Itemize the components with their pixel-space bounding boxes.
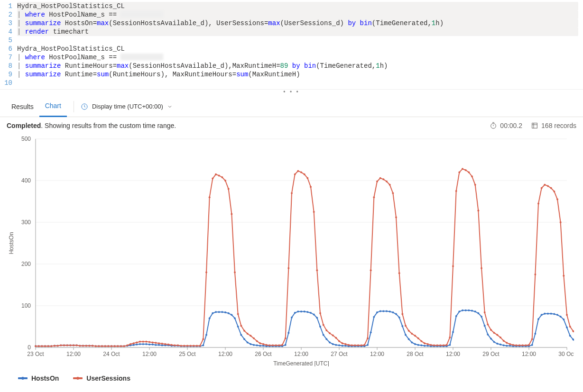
svg-point-265	[155, 342, 157, 344]
svg-point-344	[405, 325, 407, 327]
query-editor[interactable]: 12345678910 Hydra_HostPoolStatistics_CL|…	[0, 0, 583, 90]
svg-point-340	[392, 192, 394, 194]
svg-point-307	[287, 267, 289, 269]
svg-point-383	[528, 344, 530, 346]
chart-legend: HostsOn UserSessions	[5, 368, 578, 382]
svg-point-351	[427, 343, 429, 345]
svg-point-266	[158, 342, 160, 344]
code-line[interactable]: Hydra_HostPoolStatistics_CL	[17, 2, 578, 10]
svg-point-292	[240, 325, 242, 327]
svg-point-249	[104, 345, 106, 347]
svg-point-321	[332, 334, 334, 336]
svg-point-297	[256, 340, 258, 342]
legend-item-usersessions[interactable]: UserSessions	[73, 374, 130, 382]
svg-point-120	[259, 345, 261, 346]
svg-point-258	[133, 342, 135, 344]
record-count: 168 records	[531, 122, 576, 129]
display-time-picker[interactable]: Display time (UTC+00:00)	[81, 103, 173, 110]
timechart[interactable]: 010020030040050023 Oct12:0024 Oct12:0025…	[5, 134, 574, 366]
tab-chart[interactable]: Chart	[39, 96, 67, 117]
svg-point-259	[136, 341, 138, 343]
svg-point-326	[348, 344, 350, 346]
display-time-label: Display time (UTC+00:00)	[92, 103, 163, 110]
svg-point-345	[408, 330, 410, 332]
svg-point-83	[142, 343, 144, 345]
svg-point-251	[111, 345, 112, 347]
svg-point-341	[395, 216, 397, 218]
svg-text:12:00: 12:00	[370, 351, 384, 357]
svg-text:0: 0	[28, 344, 31, 351]
svg-point-218	[569, 335, 571, 337]
svg-point-187	[471, 310, 473, 312]
svg-point-315	[313, 211, 315, 213]
chart-area[interactable]: 010020030040050023 Oct12:0024 Oct12:0025…	[0, 132, 583, 387]
svg-point-144	[335, 344, 337, 346]
svg-point-361	[458, 171, 460, 173]
svg-point-212	[550, 313, 552, 315]
svg-point-1	[491, 123, 496, 128]
svg-point-283	[212, 178, 213, 180]
svg-point-215	[560, 316, 562, 318]
code-line[interactable]: | render timechart	[17, 27, 578, 36]
svg-point-106	[215, 311, 217, 313]
svg-point-195	[496, 343, 498, 345]
svg-point-213	[553, 313, 555, 315]
svg-point-272	[177, 345, 179, 346]
svg-point-182	[455, 315, 457, 317]
svg-point-240	[76, 345, 78, 346]
svg-point-247	[98, 345, 100, 347]
svg-point-349	[420, 340, 422, 342]
svg-point-328	[354, 345, 356, 346]
svg-point-335	[376, 181, 378, 182]
svg-text:24 Oct: 24 Oct	[103, 351, 120, 357]
code-area[interactable]: Hydra_HostPoolStatistics_CL| where HostP…	[17, 2, 583, 87]
svg-text:100: 100	[21, 302, 31, 309]
svg-point-145	[338, 345, 340, 346]
svg-point-111	[231, 314, 232, 316]
code-line[interactable]	[17, 79, 583, 87]
code-line[interactable]: | summarize HostsOn=max(SessionHostsAvai…	[17, 19, 578, 27]
svg-point-88	[158, 344, 160, 346]
code-line[interactable]: | where HostPoolName_s ==	[17, 10, 578, 19]
svg-point-346	[411, 333, 413, 335]
svg-point-350	[424, 342, 426, 344]
svg-point-378	[512, 344, 514, 346]
status-detail: . Showing results from the custom time r…	[41, 122, 176, 129]
svg-point-209	[541, 314, 543, 316]
svg-point-373	[496, 334, 498, 336]
svg-point-281	[205, 272, 207, 273]
tab-results-label: Results	[11, 103, 34, 110]
code-line[interactable]: | where HostPoolName_s ==	[17, 53, 583, 62]
svg-point-80	[133, 344, 135, 346]
code-line[interactable]: | summarize RuntimeHours=max(SessionHost…	[17, 62, 583, 70]
code-line[interactable]: | summarize Runtime=sum(RuntimeHours), M…	[17, 70, 583, 79]
svg-point-312	[304, 173, 305, 175]
svg-point-324	[342, 342, 343, 344]
legend-item-hostson[interactable]: HostsOn	[18, 374, 59, 382]
tab-results[interactable]: Results	[6, 96, 39, 117]
svg-point-302	[272, 345, 274, 346]
svg-text:400: 400	[21, 177, 31, 184]
svg-point-184	[462, 310, 463, 311]
svg-point-103	[205, 334, 207, 336]
svg-point-282	[209, 196, 211, 198]
svg-text:200: 200	[21, 261, 31, 267]
svg-point-371	[490, 329, 492, 331]
svg-point-395	[566, 314, 568, 316]
svg-point-141	[325, 338, 327, 340]
tab-chart-label: Chart	[45, 102, 61, 109]
code-line[interactable]: Hydra_HostPoolStatistics_CL	[17, 45, 583, 53]
svg-point-130	[291, 317, 293, 319]
svg-point-171	[420, 345, 422, 346]
svg-point-134	[304, 310, 305, 312]
svg-point-113	[237, 326, 239, 328]
resize-handle[interactable]: • • •	[0, 90, 583, 96]
svg-point-131	[294, 312, 296, 314]
svg-point-244	[88, 345, 90, 346]
code-line[interactable]	[17, 36, 583, 45]
svg-point-339	[389, 184, 391, 186]
svg-point-264	[152, 341, 154, 343]
svg-point-396	[569, 326, 571, 328]
svg-point-165	[401, 325, 403, 327]
svg-point-254	[120, 345, 122, 347]
